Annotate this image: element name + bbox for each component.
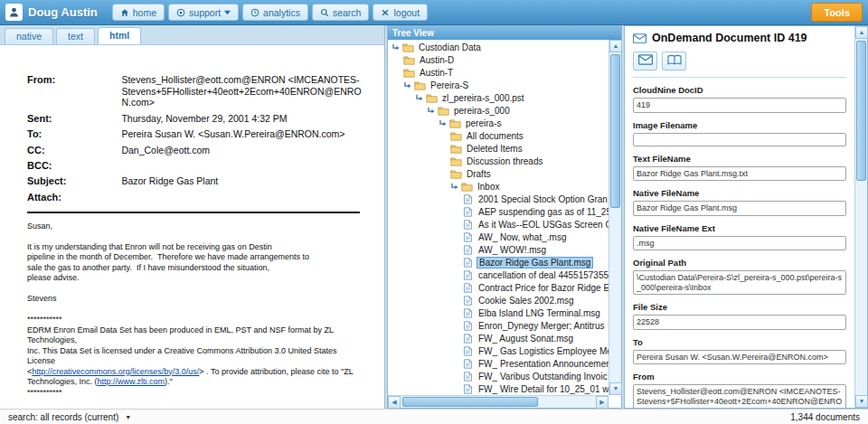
tree-item[interactable]: cancellation of deal 4455157355 — [388, 269, 609, 281]
expand-arrow-icon — [392, 43, 400, 52]
tree-item[interactable]: Discussion threads — [388, 155, 609, 167]
tree-item-label: Pereira-S — [429, 80, 470, 90]
tree-item-label: FW_ Wire Detail for 10_25_01 w — [476, 384, 609, 394]
email-header-row: Attach: — [27, 192, 366, 203]
nav-label: logout — [393, 7, 420, 18]
nav-analytics-button[interactable]: analytics — [242, 4, 308, 21]
email-header-value — [121, 160, 366, 171]
field-input-text-filename[interactable]: Bazor Ridge Gas Plant.msg.txt — [633, 166, 846, 182]
tree-item[interactable]: AEP suspending gas as of 11_25 — [388, 205, 609, 218]
tree-item[interactable]: Bazor Ridge Gas Plant.msg — [388, 256, 609, 269]
tree-item[interactable]: All documents — [388, 129, 609, 142]
field-input-to[interactable]: Pereira Susan W. <Susan.W.Pereira@ENRON.… — [633, 350, 846, 365]
tools-button[interactable]: Tools — [811, 3, 863, 22]
folder-icon — [461, 182, 473, 192]
field-input-from[interactable]: Stevens_Hollister@eott.com@ENRON <IMCEAN… — [633, 384, 846, 408]
email-header-label: Sent: — [27, 113, 121, 125]
home-icon — [120, 8, 129, 17]
email-headers: From:Stevens_Hollister@eott.com@ENRON <I… — [27, 74, 366, 203]
scrollbar-thumb[interactable] — [402, 397, 538, 407]
field-input-cloudnine-docid[interactable]: 419 — [633, 98, 846, 113]
tree-item-label: 2001 Special Stock Option Gran — [476, 194, 609, 204]
field-input-native-filename-ext[interactable]: .msg — [633, 236, 846, 251]
search-scope-dropdown-icon[interactable]: ▼ — [125, 414, 131, 420]
folder-icon — [402, 42, 414, 52]
tree-item[interactable]: pereira-s — [388, 117, 609, 129]
creative-commons-link[interactable]: http://creativecommons.org/licenses/by/3… — [32, 367, 199, 376]
tree-item-label: FW_ Varibus Outstanding Invoic — [476, 372, 609, 382]
scroll-up-button[interactable]: ▲ — [855, 26, 868, 39]
tab-native[interactable]: native — [5, 28, 53, 44]
scroll-left-button[interactable]: ◀ — [388, 396, 401, 409]
tree-item-label: As it Was--EOL USGas Screen C — [476, 220, 609, 230]
clock-icon — [250, 8, 259, 17]
tree-item[interactable]: Austin-T — [388, 66, 609, 79]
zlti-link[interactable]: http://www.zlti.com — [98, 377, 165, 386]
field-input-native-filename[interactable]: Bazor Ridge Gas Plant.msg — [633, 201, 846, 216]
email-header-value: Thursday, November 29, 2001 4:32 PM — [121, 113, 366, 125]
tab-html[interactable]: html — [98, 27, 141, 44]
tree-item[interactable]: Custodian Data — [388, 41, 609, 53]
tree-item[interactable]: FW_ Wire Detail for 10_25_01 w — [388, 382, 609, 395]
email-header-row: BCC: — [27, 160, 366, 171]
tree-item[interactable]: FW_ Varibus Outstanding Invoic — [388, 370, 609, 382]
tree-item[interactable]: 2001 Special Stock Option Gran — [388, 193, 609, 205]
tree-item[interactable]: Deleted Items — [388, 142, 609, 155]
tree-item[interactable]: zl_pereira-s_000.pst — [388, 91, 609, 104]
scroll-down-button[interactable]: ▼ — [609, 382, 622, 395]
email-header-row: Subject:Bazor Ridge Gas Plant — [27, 175, 366, 187]
tree-list: Custodian DataAustin-DAustin-TPereira-Sz… — [388, 40, 609, 395]
expand-arrow-icon — [439, 119, 447, 127]
nav-support-button[interactable]: support — [168, 4, 239, 21]
tree-item-label: AW_ Now, what_.msg — [476, 232, 568, 242]
tree-item[interactable]: Contract Price for Bazor Ridge E — [388, 281, 609, 294]
scroll-up-button[interactable]: ▲ — [609, 40, 622, 52]
tree-item-label: Contract Price for Bazor Ridge E — [476, 283, 609, 293]
field-input-original-path[interactable]: \Custodian Data\Pereira-S\zl_pereira-s_0… — [633, 270, 846, 295]
details-vertical-scrollbar[interactable]: ▲ ▼ — [854, 26, 867, 408]
tree-item[interactable]: Enron_Dynegy Merger; Antitrus — [388, 319, 609, 332]
tree-item[interactable]: Cookie Sales 2002.msg — [388, 294, 609, 306]
tree-item-label: Deleted Items — [465, 144, 524, 154]
field-label-file-size: File Size — [633, 302, 846, 312]
email-view-button[interactable] — [633, 52, 657, 71]
nav-logout-button[interactable]: logout — [373, 4, 428, 21]
scrollbar-thumb[interactable] — [610, 54, 620, 208]
scroll-down-button[interactable]: ▼ — [855, 395, 868, 408]
tree-vertical-scrollbar[interactable]: ▲ ▼ — [609, 40, 621, 395]
field-label-native-filename-ext: Native FileName Ext — [633, 223, 846, 233]
tree-horizontal-scrollbar[interactable]: ◀ ▶ — [388, 395, 609, 408]
nav-search-button[interactable]: search — [312, 4, 370, 21]
tree-item[interactable]: AW_ WOW!.msg — [388, 243, 609, 256]
tree-item[interactable]: FW_ August Sonat.msg — [388, 332, 609, 344]
tree-item-label: FW_ August Sonat.msg — [476, 334, 575, 344]
tree-item[interactable]: Austin-D — [388, 53, 609, 66]
tab-text[interactable]: text — [56, 28, 95, 44]
tree-item-label: cancellation of deal 4455157355 — [476, 270, 609, 280]
email-header-row: Sent:Thursday, November 29, 2001 4:32 PM — [27, 113, 366, 125]
tree-item[interactable]: As it Was--EOL USGas Screen C — [388, 218, 609, 231]
tree-item[interactable]: FW_ Presentation Announcemen — [388, 357, 609, 370]
tree-item[interactable]: AW_ Now, what_.msg — [388, 231, 609, 243]
tree-item[interactable]: Elba Island LNG Terminal.msg — [388, 306, 609, 319]
nav-home-button[interactable]: home — [112, 4, 165, 21]
document-icon — [462, 232, 474, 242]
tree-item-label: Inbox — [476, 182, 501, 192]
tree-item[interactable]: Drafts — [388, 167, 609, 180]
field-input-file-size[interactable]: 22528 — [633, 315, 846, 330]
folder-icon — [403, 55, 415, 65]
scroll-right-button[interactable]: ▶ — [596, 396, 609, 409]
tree-item[interactable]: pereira-s_000 — [388, 104, 609, 117]
email-header-row: To:Pereira Susan W. <Susan.W.Pereira@ENR… — [27, 128, 366, 140]
tree-item[interactable]: FW_ Gas Logistics Employee Me — [388, 344, 609, 357]
email-header-value: Stevens_Hollister@eott.com@ENRON <IMCEAN… — [121, 74, 366, 108]
scrollbar-thumb[interactable] — [856, 41, 866, 181]
email-body: Susan, It is my understanding that Enron… — [27, 221, 365, 399]
chevron-down-icon — [224, 9, 231, 15]
tree-item[interactable]: Pereira-S — [388, 79, 609, 91]
email-header-label: Subject: — [27, 175, 121, 187]
field-input-image-filename[interactable] — [633, 133, 846, 146]
tree-item[interactable]: Inbox — [388, 180, 609, 193]
reader-view-button[interactable] — [662, 52, 686, 71]
document-count: 1,344 documents — [790, 412, 860, 422]
